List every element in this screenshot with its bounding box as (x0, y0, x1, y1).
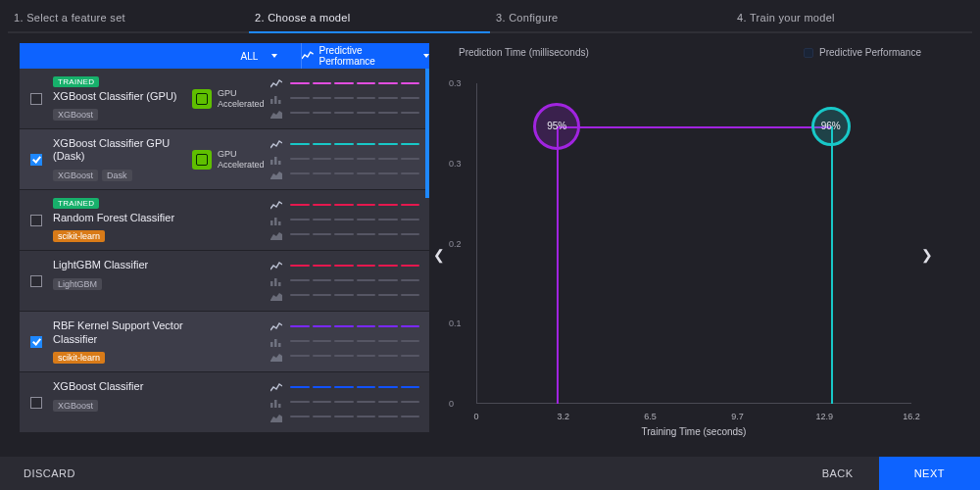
x-tick: 12.9 (815, 412, 833, 421)
sparkline (290, 143, 419, 147)
y-tick: 0.3 (449, 78, 462, 88)
sparkline-col (270, 129, 429, 189)
legend-swatch-icon (804, 48, 813, 58)
footer-bar: DISCARD BACK NEXT (0, 457, 980, 490)
model-info: XGBoost ClassifierXGBoost (53, 372, 192, 432)
chart-ylabel: Prediction Time (milliseconds) (459, 47, 589, 58)
model-title: LightGBM Classifier (53, 259, 188, 271)
sparkline (290, 112, 419, 116)
sparkline-col (270, 312, 429, 371)
svg-rect-12 (270, 342, 273, 347)
sparkline-col (270, 69, 429, 128)
model-row[interactable]: RBF Kernel Support Vector Classifierscik… (20, 312, 429, 372)
trained-badge: TRAINED (53, 198, 99, 209)
chart-xlabel: Training Time (seconds) (642, 426, 747, 437)
area-icon (270, 291, 282, 301)
sparkline (290, 355, 419, 359)
svg-rect-16 (274, 400, 277, 408)
step-2[interactable]: 2. Choose a model (249, 4, 490, 33)
model-row[interactable]: TRAINEDRandom Forest Classifierscikit-le… (20, 190, 429, 251)
bar-icon (270, 94, 282, 104)
framework-badge: XGBoost (53, 109, 98, 121)
gpu-col (192, 372, 270, 432)
svg-rect-5 (278, 161, 281, 165)
framework-badge: scikit-learn (53, 352, 105, 364)
model-checkbox[interactable] (30, 154, 42, 166)
discard-button[interactable]: DISCARD (24, 467, 75, 479)
model-checkbox[interactable] (30, 336, 42, 348)
step-3[interactable]: 3. Configure (490, 4, 731, 33)
next-button[interactable]: NEXT (879, 457, 980, 490)
model-title: RBF Kernel Support Vector Classifier (53, 319, 188, 345)
step-1[interactable]: 1. Select a feature set (8, 4, 249, 33)
gpu-col (192, 251, 270, 311)
chart-next-button[interactable]: ❯ (921, 247, 933, 263)
x-tick: 3.2 (558, 412, 570, 421)
model-info: LightGBM ClassifierLightGBM (53, 251, 192, 311)
chart-node[interactable]: 95% (533, 103, 580, 150)
sparkline (290, 340, 419, 344)
area-icon (270, 413, 282, 422)
model-info: XGBoost Classifier GPU (Dask)XGBoostDask (53, 129, 192, 189)
gpu-label: GPUAccelerated (218, 88, 265, 109)
svg-rect-11 (278, 282, 281, 286)
sparkline (290, 325, 419, 329)
step-4[interactable]: 4. Train your model (731, 4, 972, 33)
sparkline-col (270, 372, 429, 432)
sparkline-col (270, 190, 429, 250)
chart-prev-button[interactable]: ❮ (433, 247, 445, 263)
model-checkbox[interactable] (30, 215, 42, 226)
model-row[interactable]: TRAINEDXGBoost Classifier (GPU)XGBoostGP… (20, 69, 429, 129)
sparkline (290, 416, 419, 419)
y-axis (476, 83, 477, 404)
gpu-icon (192, 89, 212, 109)
chart-stem (831, 126, 833, 404)
chart-legend[interactable]: Predictive Performance (804, 47, 921, 58)
bar-icon (270, 398, 282, 408)
model-checkbox[interactable] (30, 397, 42, 409)
sparkline (290, 204, 419, 208)
filter-bar: ALL Predictive Performance (20, 43, 429, 69)
sort-label: Predictive Performance (319, 45, 417, 67)
model-row[interactable]: XGBoost Classifier GPU (Dask)XGBoostDask… (20, 129, 429, 190)
bar-icon (270, 337, 282, 347)
scrollbar[interactable] (425, 69, 429, 198)
sparkline (290, 233, 419, 237)
model-checkbox[interactable] (30, 275, 42, 287)
framework-badge: XGBoost (53, 400, 98, 412)
line-icon (270, 201, 282, 211)
model-title: XGBoost Classifier (GPU) (53, 90, 188, 103)
x-tick: 9.7 (731, 412, 744, 421)
model-row[interactable]: XGBoost ClassifierXGBoost (20, 372, 429, 433)
chart-plot: 0.30.30.20.1003.26.59.712.916.2Training … (476, 83, 911, 404)
model-row[interactable]: LightGBM ClassifierLightGBM (20, 251, 429, 312)
svg-rect-10 (274, 278, 277, 286)
sparkline (290, 158, 419, 162)
filter-all-dropdown[interactable]: ALL (218, 43, 302, 69)
model-info: TRAINEDXGBoost Classifier (GPU)XGBoost (53, 69, 192, 128)
svg-rect-17 (278, 404, 281, 408)
chart-node[interactable]: 96% (811, 107, 851, 146)
svg-rect-0 (270, 99, 273, 104)
bar-icon (270, 276, 282, 286)
model-list-panel: ALL Predictive Performance TRAINEDXGBoos… (20, 43, 429, 451)
gpu-col (192, 190, 270, 250)
chevron-down-icon (423, 54, 429, 58)
bar-icon (270, 155, 282, 165)
chart-stem (557, 126, 559, 404)
line-icon (270, 383, 282, 393)
sparkline (290, 265, 419, 269)
svg-rect-7 (274, 218, 277, 225)
sort-dropdown[interactable]: Predictive Performance (302, 43, 429, 69)
area-icon (270, 230, 282, 240)
model-title: XGBoost Classifier GPU (Dask) (53, 137, 188, 163)
area-icon (270, 109, 282, 119)
area-icon (270, 352, 282, 362)
step-bar: 1. Select a feature set 2. Choose a mode… (0, 0, 980, 33)
model-checkbox[interactable] (30, 93, 42, 105)
back-button[interactable]: BACK (797, 457, 879, 490)
model-list: TRAINEDXGBoost Classifier (GPU)XGBoostGP… (20, 69, 429, 451)
x-tick: 6.5 (644, 412, 657, 421)
x-tick: 0 (473, 412, 478, 421)
y-tick: 0.1 (449, 318, 462, 328)
